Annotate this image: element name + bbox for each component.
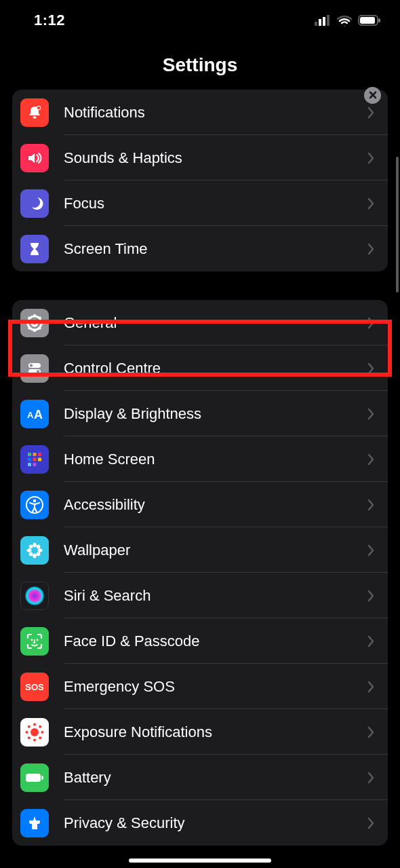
- row-focus[interactable]: Focus: [12, 181, 388, 226]
- svg-rect-5: [360, 17, 375, 24]
- row-battery[interactable]: Battery: [12, 755, 388, 800]
- row-wallpaper[interactable]: Wallpaper: [12, 527, 388, 573]
- row-sos[interactable]: SOS Emergency SOS: [12, 664, 388, 709]
- svg-rect-6: [378, 18, 380, 22]
- battery-icon: [20, 763, 49, 792]
- chevron-right-icon: [367, 499, 378, 511]
- home-indicator: [129, 858, 271, 863]
- svg-point-51: [33, 723, 36, 725]
- row-label: Notifications: [64, 104, 367, 121]
- screentime-icon: [20, 235, 49, 263]
- svg-rect-59: [26, 774, 41, 782]
- accessibility-icon: [20, 491, 49, 519]
- controlcentre-icon: [20, 354, 49, 383]
- homescreen-icon: [20, 445, 49, 474]
- faceid-icon: [20, 627, 49, 656]
- privacy-icon: [20, 809, 49, 837]
- chevron-right-icon: [367, 590, 378, 602]
- svg-rect-33: [33, 463, 37, 466]
- row-display[interactable]: AA Display & Brightness: [12, 391, 388, 436]
- row-general[interactable]: General: [12, 300, 388, 345]
- wallpaper-icon: [20, 536, 49, 565]
- status-icons: [315, 14, 381, 26]
- status-bar: 1:12: [0, 0, 400, 41]
- svg-point-47: [31, 639, 33, 641]
- settings-group-1: Notifications Sounds & Haptics Focus Scr…: [12, 90, 388, 271]
- siri-icon: [20, 582, 49, 610]
- row-label: Battery: [64, 769, 367, 787]
- chevron-right-icon: [367, 635, 378, 647]
- svg-point-55: [28, 725, 31, 728]
- svg-rect-0: [315, 22, 317, 26]
- row-sounds[interactable]: Sounds & Haptics: [12, 135, 388, 181]
- svg-line-17: [39, 327, 41, 329]
- svg-point-56: [39, 736, 41, 739]
- svg-rect-31: [38, 457, 41, 461]
- row-label: Accessibility: [64, 496, 367, 514]
- svg-text:A: A: [27, 410, 34, 420]
- row-accessibility[interactable]: Accessibility: [12, 482, 388, 527]
- svg-point-52: [33, 738, 36, 741]
- svg-point-40: [38, 548, 43, 552]
- svg-rect-60: [41, 776, 43, 780]
- svg-rect-7: [33, 116, 37, 118]
- svg-rect-1: [319, 19, 321, 26]
- page-header: Settings: [0, 41, 400, 86]
- svg-text:A: A: [34, 408, 43, 421]
- svg-point-21: [30, 364, 33, 366]
- chevron-right-icon: [367, 817, 378, 829]
- svg-rect-26: [28, 453, 31, 456]
- svg-point-37: [33, 542, 37, 547]
- row-label: Wallpaper: [64, 542, 367, 559]
- chevron-right-icon: [367, 243, 378, 255]
- page-title: Settings: [0, 54, 400, 76]
- row-faceid[interactable]: Face ID & Passcode: [12, 618, 388, 664]
- row-label: Focus: [64, 195, 367, 212]
- svg-point-50: [31, 728, 39, 736]
- chevron-right-icon: [367, 453, 378, 466]
- svg-text:SOS: SOS: [25, 681, 44, 692]
- chevron-right-icon: [367, 362, 378, 375]
- sounds-icon: [20, 144, 49, 172]
- settings-group-2: General Control Centre AA Display & Brig…: [12, 300, 388, 846]
- row-screentime[interactable]: Screen Time: [12, 226, 388, 271]
- svg-point-57: [39, 725, 41, 728]
- chevron-right-icon: [367, 317, 378, 329]
- chevron-right-icon: [367, 197, 378, 210]
- row-siri[interactable]: Siri & Search: [12, 573, 388, 618]
- row-notifications[interactable]: Notifications: [12, 90, 388, 135]
- focus-icon: [20, 189, 49, 218]
- svg-rect-29: [28, 457, 31, 461]
- row-label: Control Centre: [64, 360, 367, 377]
- chevron-right-icon: [367, 408, 378, 420]
- row-label: Emergency SOS: [64, 678, 367, 696]
- svg-point-45: [33, 548, 37, 552]
- exposure-icon: [20, 718, 49, 747]
- svg-point-35: [33, 499, 37, 502]
- chevron-right-icon: [367, 726, 378, 738]
- row-label: Sounds & Haptics: [64, 149, 367, 167]
- svg-line-16: [28, 317, 31, 319]
- svg-rect-2: [323, 17, 325, 26]
- row-homescreen[interactable]: Home Screen: [12, 436, 388, 482]
- row-label: Display & Brightness: [64, 405, 367, 423]
- row-label: Screen Time: [64, 240, 367, 258]
- svg-point-39: [27, 548, 32, 552]
- cellular-icon: [315, 15, 331, 26]
- row-controlcentre[interactable]: Control Centre: [12, 345, 388, 391]
- row-label: Home Screen: [64, 451, 367, 468]
- svg-point-23: [37, 370, 39, 373]
- svg-rect-28: [38, 453, 41, 456]
- row-label: Exposure Notifications: [64, 723, 367, 741]
- svg-point-11: [32, 320, 37, 326]
- scroll-indicator: [396, 157, 399, 293]
- svg-point-58: [28, 736, 31, 739]
- row-label: Privacy & Security: [64, 814, 367, 832]
- svg-point-46: [25, 586, 44, 605]
- row-privacy[interactable]: Privacy & Security: [12, 800, 388, 846]
- row-exposure[interactable]: Exposure Notifications: [12, 709, 388, 755]
- notifications-icon: [20, 98, 49, 127]
- chevron-right-icon: [367, 681, 378, 693]
- row-label: Face ID & Passcode: [64, 633, 367, 650]
- sos-icon: SOS: [20, 673, 49, 701]
